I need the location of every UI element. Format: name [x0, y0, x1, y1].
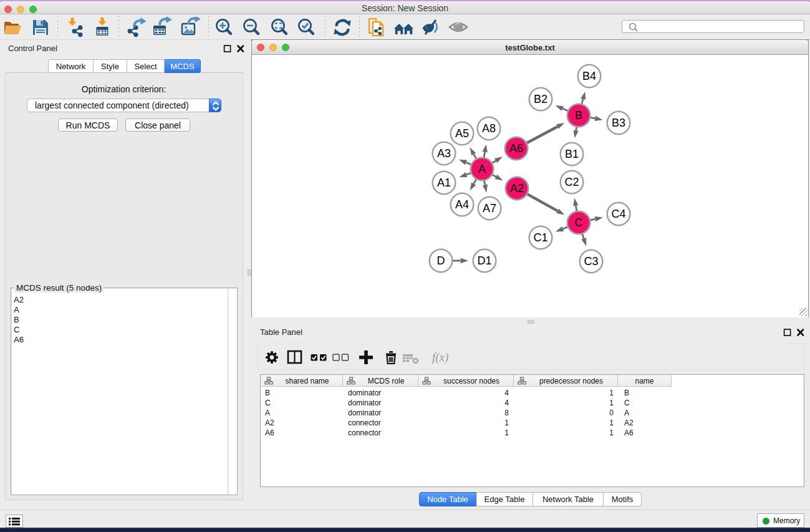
svg-text:C2: C2 [564, 176, 579, 188]
svg-text:B1: B1 [565, 148, 579, 160]
svg-text:B: B [575, 109, 582, 122]
svg-text:D1: D1 [477, 254, 491, 267]
svg-text:C1: C1 [533, 231, 547, 244]
svg-text:A3: A3 [437, 147, 451, 160]
svg-text:A8: A8 [482, 122, 496, 135]
svg-text:C3: C3 [584, 255, 598, 268]
svg-text:B2: B2 [534, 93, 547, 105]
svg-text:A4: A4 [455, 198, 469, 211]
svg-text:B4: B4 [582, 70, 596, 82]
svg-text:A6: A6 [509, 142, 523, 155]
svg-text:C4: C4 [611, 208, 625, 220]
svg-text:A7: A7 [483, 202, 496, 215]
svg-text:C: C [575, 216, 583, 229]
svg-text:f(x): f(x) [432, 351, 448, 364]
svg-text:B3: B3 [612, 117, 625, 129]
svg-text:A1: A1 [437, 177, 451, 189]
svg-text:D: D [437, 254, 445, 267]
svg-text:A: A [478, 163, 486, 175]
svg-text:A5: A5 [455, 127, 469, 140]
svg-text:A2: A2 [510, 182, 524, 195]
